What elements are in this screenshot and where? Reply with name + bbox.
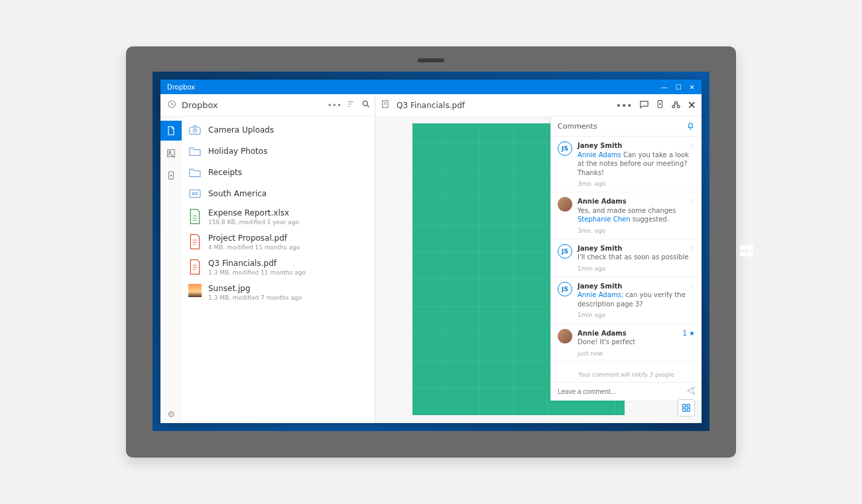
star-count[interactable]: 1 ★ xyxy=(682,330,695,337)
avatar xyxy=(558,197,572,212)
mention[interactable]: Annie Adams xyxy=(578,151,621,158)
folder-row[interactable]: Camera Uploads xyxy=(182,119,375,141)
svg-rect-20 xyxy=(687,405,690,407)
avatar: JS xyxy=(558,244,572,259)
maximize-button[interactable]: ☐ xyxy=(676,84,682,91)
document-icon xyxy=(381,99,390,111)
folder-name: South America xyxy=(208,189,267,198)
folder-row[interactable]: Holiday Photos xyxy=(182,141,375,162)
comment-item[interactable]: JS Janey Smith Annie Adams; can you veri… xyxy=(551,277,702,324)
folder-name: Holiday Photos xyxy=(208,147,267,156)
comment-item[interactable]: Annie Adams Yes, and made some changes S… xyxy=(551,192,702,239)
notify-text: Your comment will notify 3 people xyxy=(551,367,702,382)
comment-item[interactable]: Annie Adams Done! It's perfect just now … xyxy=(551,324,702,362)
more-icon[interactable]: ••• xyxy=(328,101,341,110)
window-title: Dropbox xyxy=(163,84,195,91)
xlsx-file-icon xyxy=(188,208,202,224)
avatar: JS xyxy=(558,282,572,296)
preview-pane: Q3 Financials.pdf ••• ✕ xyxy=(375,94,702,423)
comment-text: Yes, and made some changes xyxy=(578,207,676,214)
settings-icon[interactable]: ⚙ xyxy=(167,409,175,419)
file-browser-body: ⚙ Camera Uploads Holiday Photos xyxy=(160,117,375,423)
svg-rect-11 xyxy=(190,190,200,197)
share-icon[interactable] xyxy=(671,99,681,111)
comment-item[interactable]: JS Janey Smith I'll check that as soon a… xyxy=(551,239,702,277)
close-button[interactable]: ✕ xyxy=(690,84,695,91)
file-name: Project Proposal.pdf xyxy=(208,233,300,243)
svg-rect-6 xyxy=(168,150,175,157)
svg-rect-22 xyxy=(687,409,690,411)
comment-time: just now xyxy=(578,349,695,357)
rail-files-icon[interactable] xyxy=(160,121,182,141)
file-row[interactable]: Expense Report.xlsx156.8 KB, modified 1 … xyxy=(182,204,375,229)
recents-icon[interactable] xyxy=(167,99,176,111)
svg-rect-2 xyxy=(740,251,746,256)
svg-rect-3 xyxy=(747,251,753,257)
mention[interactable]: Stephanie Chen xyxy=(578,216,631,223)
star-icon[interactable]: ☆ xyxy=(689,198,695,205)
comments-header: Comments xyxy=(551,117,702,137)
sort-icon[interactable] xyxy=(347,99,356,111)
camera-folder-icon xyxy=(188,123,202,137)
rail-offline-icon[interactable] xyxy=(160,166,182,186)
comment-toggle-icon[interactable] xyxy=(639,99,649,111)
sidebar-rail: ⚙ xyxy=(160,117,182,423)
mention[interactable]: Annie Adams; xyxy=(578,291,623,298)
more-icon[interactable]: ••• xyxy=(616,100,633,111)
svg-point-13 xyxy=(196,192,198,194)
grid-view-toggle[interactable] xyxy=(678,399,695,416)
app-window: Dropbox — ☐ ✕ Dropbox ••• xyxy=(160,80,702,423)
preview-filename: Q3 Financials.pdf xyxy=(397,101,465,110)
comment-author: Janey Smith xyxy=(578,282,695,291)
file-browser-pane: Dropbox ••• xyxy=(160,94,375,423)
folder-name: Camera Uploads xyxy=(208,125,274,135)
save-offline-icon[interactable] xyxy=(656,99,664,111)
comment-time: 3mo. ago xyxy=(578,180,695,188)
preview-body: Qua Team Comments xyxy=(375,117,702,423)
star-icon[interactable]: ☆ xyxy=(689,245,695,252)
folder-name: Receipts xyxy=(208,168,242,177)
tablet-frame: Dropbox — ☐ ✕ Dropbox ••• xyxy=(126,46,736,458)
file-meta: 4 MB, modified 11 months ago xyxy=(208,244,300,251)
file-row[interactable]: Q3 Financials.pdf1.3 MB, modified 11 mon… xyxy=(182,255,375,280)
svg-point-7 xyxy=(169,151,170,153)
folder-row[interactable]: Receipts xyxy=(182,162,375,183)
breadcrumb[interactable]: Dropbox xyxy=(182,100,322,110)
file-meta: 1.3 MB, modified 11 months ago xyxy=(208,269,306,277)
comment-item[interactable]: JS Janey Smith Annie Adams Can you take … xyxy=(551,137,702,192)
star-icon[interactable]: ☆ xyxy=(689,283,695,290)
send-icon[interactable] xyxy=(686,386,696,397)
avatar: JS xyxy=(558,141,572,156)
file-meta: 156.8 KB, modified 1 year ago xyxy=(208,219,299,226)
file-browser-header: Dropbox ••• xyxy=(160,94,375,117)
comment-time: 3mo. ago xyxy=(578,227,695,235)
file-meta: 1.3 MB, modified 7 months ago xyxy=(208,294,302,302)
file-name: Expense Report.xlsx xyxy=(208,208,299,218)
close-preview-icon[interactable]: ✕ xyxy=(688,99,696,111)
comment-author: Annie Adams xyxy=(578,329,695,338)
comment-compose xyxy=(551,382,702,401)
minimize-button[interactable]: — xyxy=(661,84,668,91)
notifications-icon[interactable] xyxy=(686,121,695,132)
app-content: Dropbox ••• xyxy=(160,94,702,423)
file-row[interactable]: Project Proposal.pdf4 MB, modified 11 mo… xyxy=(182,229,375,255)
comments-list[interactable]: JS Janey Smith Annie Adams Can you take … xyxy=(551,137,702,367)
avatar xyxy=(558,329,572,344)
svg-point-10 xyxy=(194,129,197,132)
search-icon[interactable] xyxy=(361,99,371,111)
comment-input[interactable] xyxy=(556,385,682,398)
svg-point-16 xyxy=(674,101,677,104)
pdf-file-icon xyxy=(188,233,202,249)
svg-point-5 xyxy=(363,101,367,105)
comment-text: Done! It's perfect xyxy=(578,338,635,346)
star-icon[interactable]: ☆ xyxy=(689,142,695,149)
file-row[interactable]: Sunset.jpg1.3 MB, modified 7 months ago xyxy=(182,280,375,305)
folder-row[interactable]: South America xyxy=(182,183,375,204)
windows-logo-icon xyxy=(740,244,753,260)
svg-rect-9 xyxy=(190,127,200,134)
folder-icon xyxy=(188,145,202,158)
window-controls: — ☐ ✕ xyxy=(661,84,699,91)
rail-photos-icon[interactable] xyxy=(160,143,182,163)
tablet-screen: Dropbox — ☐ ✕ Dropbox ••• xyxy=(153,72,709,431)
comment-author: Annie Adams xyxy=(578,197,695,206)
